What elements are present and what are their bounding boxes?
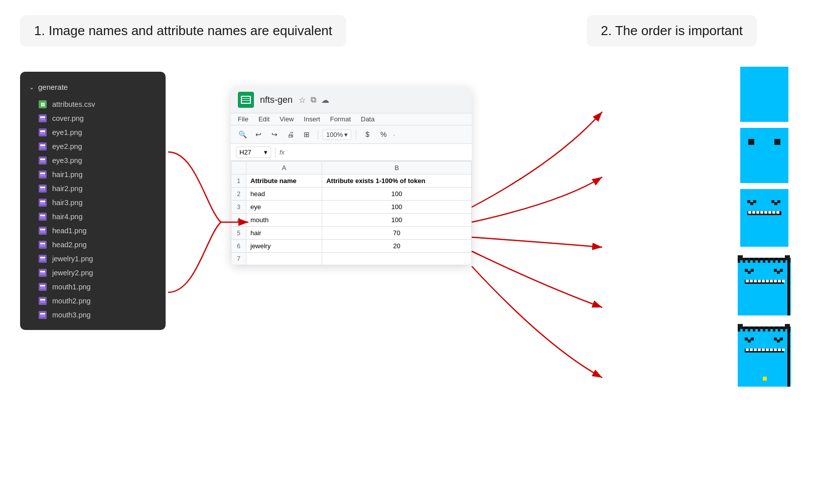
fx-label: fx <box>280 148 285 156</box>
list-item[interactable]: jewelry1.png <box>20 252 166 266</box>
list-item[interactable]: hair4.png <box>20 210 166 224</box>
attr-value-head[interactable]: 100 <box>322 188 472 201</box>
toolbar-divider <box>318 129 318 139</box>
list-item[interactable]: eye3.png <box>20 153 166 167</box>
list-item[interactable]: ▤ attributes.csv <box>20 97 166 111</box>
list-item[interactable]: hair2.png <box>20 182 166 196</box>
spreadsheet-wrapper: nfts-gen ☆ ⧉ ☁ File Edit View Insert Fo <box>231 82 472 265</box>
formula-bar: H27 ▾ fx <box>231 144 472 161</box>
currency-icon[interactable]: $ <box>361 128 374 141</box>
menu-data[interactable]: Data <box>361 115 374 123</box>
attr-value-mouth[interactable]: 100 <box>322 214 472 227</box>
nft-character-5 <box>737 321 792 387</box>
file-name: head1.png <box>52 227 87 235</box>
image-icon[interactable]: ⧉ <box>311 95 316 104</box>
search-icon[interactable]: 🔍 <box>236 128 249 141</box>
print-icon[interactable]: 🖨 <box>284 128 297 141</box>
image-file-icon <box>38 170 47 179</box>
csv-file-icon: ▤ <box>38 100 47 109</box>
file-name: hair1.png <box>52 171 82 179</box>
image-file-icon <box>38 184 47 193</box>
attr-name-eye[interactable]: eye <box>246 201 322 214</box>
toolbar-divider-2 <box>356 129 356 139</box>
spreadsheet-toolbar: 🔍 ↩ ↪ 🖨 ⊞ 100% ▾ $ % · <box>231 125 472 144</box>
empty-cell <box>246 253 322 265</box>
google-sheets-icon <box>238 92 254 108</box>
file-name: mouth1.png <box>52 283 91 291</box>
cell-ref-value: H27 <box>239 148 251 156</box>
menu-view[interactable]: View <box>280 115 294 123</box>
attr-name-hair[interactable]: hair <box>246 227 322 240</box>
zoom-selector[interactable]: 100% ▾ <box>323 129 351 140</box>
table-row: 2 head 100 <box>231 188 472 201</box>
file-name: cover.png <box>52 114 84 122</box>
image-file-icon <box>38 282 47 291</box>
nft-character-4 <box>737 253 792 315</box>
nft-character-1 <box>739 67 789 122</box>
list-item[interactable]: head1.png <box>20 224 166 238</box>
list-item[interactable]: mouth3.png <box>20 308 166 322</box>
header-attr-name[interactable]: Attribute name <box>246 175 322 188</box>
list-item[interactable]: mouth2.png <box>20 294 166 308</box>
attr-name-jewelry[interactable]: jewelry <box>246 240 322 253</box>
file-name: head2.png <box>52 241 87 249</box>
list-item[interactable]: jewelry2.png <box>20 266 166 280</box>
table-row: 1 Attribute name Attribute exists 1-100%… <box>231 175 472 188</box>
table-row: 4 mouth 100 <box>231 214 472 227</box>
attr-value-hair[interactable]: 70 <box>322 227 472 240</box>
attr-value-eye[interactable]: 100 <box>322 201 472 214</box>
cell-reference[interactable]: H27 ▾ <box>236 146 271 158</box>
list-item[interactable]: hair3.png <box>20 196 166 210</box>
main-container: 1. Image names and attribute names are e… <box>0 0 817 504</box>
list-item[interactable]: mouth1.png <box>20 280 166 294</box>
menu-file[interactable]: File <box>238 115 248 123</box>
attr-value-jewelry[interactable]: 20 <box>322 240 472 253</box>
spreadsheet: nfts-gen ☆ ⧉ ☁ File Edit View Insert Fo <box>231 87 472 265</box>
col-b-header: B <box>322 161 472 175</box>
redo-icon[interactable]: ↪ <box>268 128 281 141</box>
file-name: eye1.png <box>52 128 82 136</box>
doc-action-icons: ☆ ⧉ ☁ <box>299 95 329 105</box>
copy-format-icon[interactable]: ⊞ <box>300 128 313 141</box>
attr-name-head[interactable]: head <box>246 188 322 201</box>
undo-icon[interactable]: ↩ <box>252 128 265 141</box>
more-tools: · <box>393 131 395 138</box>
row-number: 7 <box>231 253 246 265</box>
table-row: 3 eye 100 <box>231 201 472 214</box>
menu-edit[interactable]: Edit <box>258 115 269 123</box>
list-item[interactable]: eye1.png <box>20 125 166 139</box>
image-file-icon <box>38 296 47 305</box>
image-file-icon <box>38 226 47 235</box>
file-name: eye3.png <box>52 156 82 164</box>
star-icon[interactable]: ☆ <box>299 95 306 105</box>
cloud-icon[interactable]: ☁ <box>321 95 329 105</box>
image-file-icon <box>38 142 47 151</box>
file-name: mouth2.png <box>52 297 91 305</box>
list-item[interactable]: eye2.png <box>20 139 166 153</box>
header-attr-value[interactable]: Attribute exists 1-100% of token <box>322 175 472 188</box>
menu-format[interactable]: Format <box>330 115 351 123</box>
header-row: 1. Image names and attribute names are e… <box>20 15 797 47</box>
sheets-icon-inner <box>241 96 251 104</box>
file-tree-panel: ⌄ generate ▤ attributes.csv cover.png e <box>20 72 166 330</box>
callout-2-box: 2. The order is important <box>587 15 757 47</box>
image-file-icon <box>38 156 47 165</box>
file-name: attributes.csv <box>52 100 95 108</box>
nft-character-3 <box>739 189 789 247</box>
attr-name-mouth[interactable]: mouth <box>246 214 322 227</box>
row-number: 6 <box>231 240 246 253</box>
percent-icon[interactable]: % <box>377 128 390 141</box>
diagram-area: nfts-gen ☆ ⧉ ☁ File Edit View Insert Fo <box>166 62 797 489</box>
spreadsheet-header: nfts-gen ☆ ⧉ ☁ <box>231 87 472 113</box>
row-number: 5 <box>231 227 246 240</box>
file-tree-header: ⌄ generate <box>20 80 166 97</box>
list-item[interactable]: cover.png <box>20 111 166 125</box>
file-name: eye2.png <box>52 142 82 150</box>
menu-insert[interactable]: Insert <box>304 115 320 123</box>
file-name: hair3.png <box>52 199 82 207</box>
list-item[interactable]: head2.png <box>20 238 166 252</box>
image-file-icon <box>38 128 47 137</box>
cell-ref-dropdown-icon: ▾ <box>264 148 267 156</box>
table-row: 5 hair 70 <box>231 227 472 240</box>
list-item[interactable]: hair1.png <box>20 167 166 182</box>
